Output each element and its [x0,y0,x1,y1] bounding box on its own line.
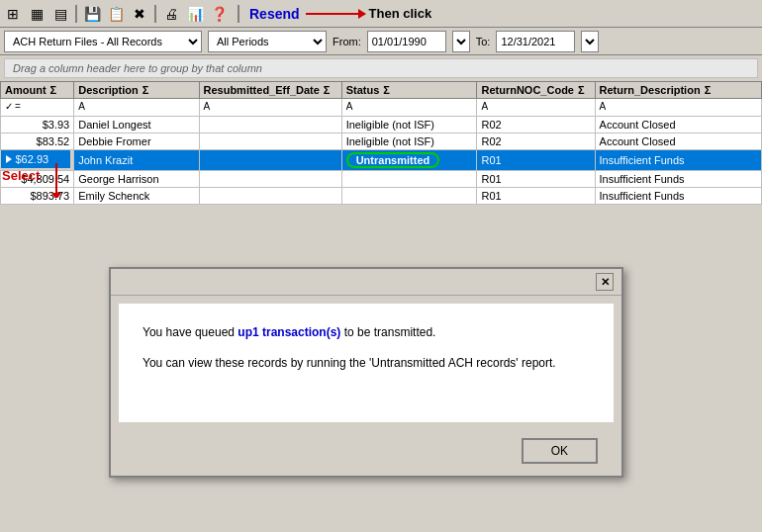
drag-column-header-bar: Drag a column header here to group by th… [4,58,758,78]
copy-icon[interactable]: 📋 [107,5,125,23]
status-cell [341,188,477,205]
resubmitted-cell [199,171,341,188]
table-row[interactable]: $3.93 Daniel Longest Ineligible (not ISF… [1,117,762,133]
ok-button[interactable]: OK [522,438,598,464]
from-date-dropdown[interactable] [452,31,470,52]
status-label: Status [346,84,380,96]
table-header-row: Amount Σ Description Σ Resubmitted_Eff_D… [1,82,762,99]
to-date-input[interactable] [496,31,575,52]
noc-code-cell: R01 [477,171,595,188]
description-filter-input[interactable] [87,101,195,114]
data-table: Amount Σ Description Σ Resubmitted_Eff_D… [0,81,762,205]
dialog-footer: OK [111,430,621,476]
col-header-return-noc-code[interactable]: ReturnNOC_Code Σ [477,82,595,99]
return-desc-cell-selected: Insufficient Funds [595,150,761,171]
then-click-annotation: Then click [306,6,432,21]
amount-filter-icon[interactable]: ✓ [5,101,13,114]
col-header-status[interactable]: Status Σ [341,82,477,99]
return-noc-sigma-icon[interactable]: Σ [578,84,585,96]
dialog-close-button[interactable]: ✕ [596,273,614,291]
col-header-return-description[interactable]: Return_Description Σ [595,82,761,99]
amount-cell: $83.52 [1,133,74,150]
from-date-input[interactable] [367,31,446,52]
chart-icon[interactable]: 📊 [186,5,204,23]
delete-icon[interactable]: ✖ [131,5,148,23]
description-filter-cell: A [74,99,199,117]
data-table-container: Amount Σ Description Σ Resubmitted_Eff_D… [0,81,762,205]
filter-bar: ACH Return Files - All Records All Perio… [0,28,762,55]
noc-filter-icon[interactable]: A [481,101,488,114]
status-sigma-icon[interactable]: Σ [383,84,390,96]
toolbar: ⊞ ▦ ▤ 💾 📋 ✖ 🖨 📊 ❓ Resend Then click [0,0,762,28]
amount-sigma-icon[interactable]: Σ [50,84,57,96]
separator3-icon [238,5,239,23]
separator2-icon [154,5,156,23]
rdesc-filter-input[interactable] [608,101,757,114]
status-cell: Ineligible (not ISF) [341,117,477,133]
amount-filter-cell: ✓ = [1,99,74,117]
resubmitted-sigma-icon[interactable]: Σ [324,84,331,96]
return-desc-cell: Insufficient Funds [595,171,761,188]
amount-equals-icon[interactable]: = [15,101,21,114]
separator-icon [75,5,77,23]
column-filter-row: ✓ = A A [1,99,762,117]
dialog-message2: You can view these records by running th… [143,354,590,373]
return-noc-code-label: ReturnNOC_Code [481,84,574,96]
return-desc-cell: Insufficient Funds [595,188,761,205]
resubmitted-filter-input[interactable] [212,101,336,114]
return-desc-cell: Account Closed [595,117,761,133]
description-cell: Emily Schenck [74,188,199,205]
table-row[interactable]: $83.52 Debbie Fromer Ineligible (not ISF… [1,133,762,150]
amount-cell: $3.93 [1,117,74,133]
period-dropdown[interactable]: All Periods [208,31,327,52]
noc-code-cell: R02 [477,133,595,150]
status-cell: Ineligible (not ISF) [341,133,477,150]
return-noc-filter-cell: A [477,99,595,117]
then-click-label: Then click [369,6,432,21]
noc-code-cell-selected: R01 [477,150,595,171]
dialog-content: You have queued up1 transaction(s) to be… [119,304,614,422]
amount-label: Amount [5,84,47,96]
description-cell: George Harrison [74,171,199,188]
row-pointer-icon [6,155,12,163]
noc-code-cell: R01 [477,188,595,205]
description-sigma-icon[interactable]: Σ [143,84,149,96]
resubmitted-filter-cell: A [199,99,341,117]
status-filter-input[interactable] [354,101,472,114]
status-filter-cell: A [341,99,477,117]
table-row[interactable]: $893.73 Emily Schenck R01 Insufficient F… [1,188,762,205]
save-icon[interactable]: 💾 [83,5,101,23]
return-desc-filter-cell: A [595,99,761,117]
resubmitted-cell [199,117,341,133]
noc-filter-input[interactable] [490,101,590,114]
table-row[interactable]: $4,809.54 George Harrison R01 Insufficie… [1,171,762,188]
print-icon[interactable]: 🖨 [162,5,180,23]
description-cell: Daniel Longest [74,117,199,133]
help-icon[interactable]: ❓ [210,5,228,23]
view-dropdown[interactable]: ACH Return Files - All Records [4,31,202,52]
amount-cell: $893.73 [1,188,74,205]
table-row-selected[interactable]: $62.93 John Krazit Untransmitted R01 Ins… [1,150,762,171]
col-header-amount[interactable]: Amount Σ [1,82,74,99]
resubmitted-cell-selected [199,150,341,171]
col-header-resubmitted-eff-date[interactable]: Resubmitted_Eff_Date Σ [199,82,341,99]
to-label: To: [476,36,491,47]
resubmitted-filter-icon[interactable]: A [204,101,211,114]
return-desc-cell: Account Closed [595,133,761,150]
status-filter-icon[interactable]: A [346,101,353,114]
highlight-up1: up1 transaction(s) [238,325,340,339]
dialog-box: ✕ You have queued up1 transaction(s) to … [109,267,623,478]
untransmitted-badge: Untransmitted [346,152,440,168]
description-cell-selected: John Krazit [74,150,199,171]
col-header-description[interactable]: Description Σ [74,82,199,99]
return-desc-sigma-icon[interactable]: Σ [705,84,712,96]
desc-filter-icon[interactable]: A [78,101,85,114]
to-date-dropdown[interactable] [581,31,599,52]
columns-icon[interactable]: ▤ [51,5,69,23]
amount-filter-input[interactable] [23,101,69,114]
grid-icon[interactable]: ⊞ [4,5,22,23]
rdesc-filter-icon[interactable]: A [600,101,607,114]
resend-button[interactable]: Resend [249,6,300,22]
amount-cell-selected: $62.93 [1,150,70,168]
table-icon[interactable]: ▦ [28,5,46,23]
